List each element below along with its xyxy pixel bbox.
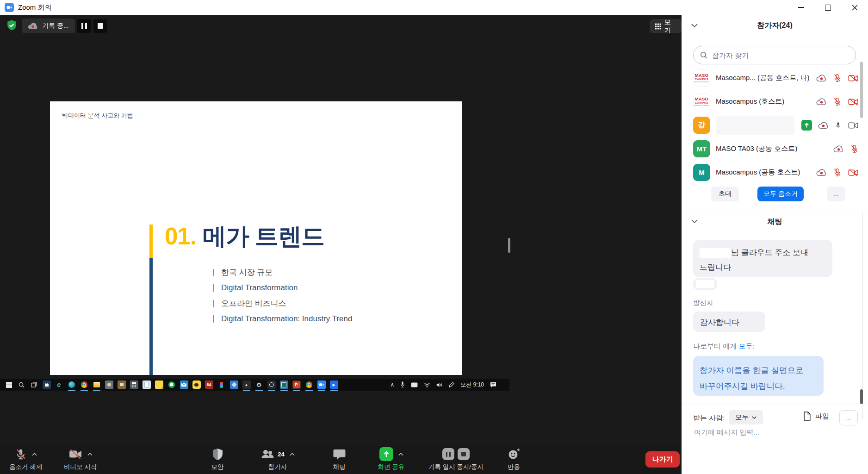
mail-icon[interactable]	[180, 380, 188, 389]
participants-scrollbar-handle[interactable]	[860, 62, 863, 118]
recording-pause-button[interactable]	[77, 19, 91, 33]
app-icon-1[interactable]	[105, 380, 113, 389]
participant-list: MASOCAMPUSActionable Content Masocamp...…	[682, 66, 868, 184]
chat-bubble-icon	[333, 449, 346, 460]
chat-panel-title: 채팅	[682, 217, 868, 227]
participant-row[interactable]: MASOCAMPUSActionable Content Masocamp...…	[682, 66, 868, 90]
app-64-icon[interactable]: 64	[205, 380, 213, 389]
keep-icon[interactable]	[267, 380, 276, 389]
tray-touchpad-icon[interactable]	[411, 382, 418, 387]
participants-button[interactable]: 24 참가자	[250, 446, 305, 471]
video-on-icon	[848, 121, 859, 130]
invite-button[interactable]: 초대	[711, 187, 739, 201]
mic-muted-icon	[850, 144, 859, 154]
divider	[682, 404, 868, 404]
powerpoint-icon[interactable]: P	[292, 380, 301, 389]
avatar: M	[693, 164, 710, 181]
unity-icon[interactable]: ▲	[242, 380, 251, 389]
participant-row[interactable]: MASOCAMPUSActionable Content Masocampus …	[682, 90, 868, 113]
chat-button[interactable]: 채팅	[318, 446, 360, 471]
record-stop-icon[interactable]	[458, 448, 470, 460]
tray-pen-icon[interactable]	[448, 382, 454, 388]
record-pause-icon[interactable]	[442, 448, 454, 460]
spreadsheet-icon[interactable]	[280, 380, 288, 389]
chrome-icon[interactable]	[80, 380, 88, 389]
kakaotalk-icon[interactable]	[192, 380, 201, 389]
meeting-stage: 기록 중... 보기 빅데이터 분석 사고와 기법 01.메가 트렌드 한국 시…	[0, 15, 682, 474]
task-view-icon[interactable]	[30, 380, 38, 389]
security-shield-icon[interactable]	[6, 19, 18, 33]
app-icon-2[interactable]	[118, 380, 126, 389]
security-button[interactable]: 보안	[194, 446, 241, 471]
photos-icon[interactable]	[230, 380, 238, 389]
video-options-chevron-icon[interactable]	[87, 453, 93, 456]
minimize-button[interactable]	[787, 0, 814, 15]
recording-stop-button[interactable]	[93, 19, 107, 33]
chrome-2-icon[interactable]	[305, 380, 313, 389]
maximize-button[interactable]	[814, 0, 841, 15]
participant-search-input[interactable]	[711, 51, 849, 60]
participants-actions: 초대 모두 음소거 ...	[682, 187, 868, 202]
mic-options-chevron-icon[interactable]	[32, 453, 37, 456]
file-explorer-icon[interactable]	[93, 380, 101, 389]
file-button[interactable]: 파일	[803, 412, 829, 421]
view-label: 보기	[664, 18, 676, 35]
participants-more-button[interactable]: ...	[827, 187, 845, 201]
chat-label: 채팅	[333, 463, 346, 471]
chevron-down-icon	[752, 416, 756, 419]
record-label: 기록 일시 중지/중지	[428, 463, 484, 471]
tray-clock[interactable]: 오전 9:10	[460, 381, 484, 389]
tray-chevron-up-icon[interactable]: ∧	[391, 381, 395, 388]
reactions-label: 반응	[508, 463, 520, 471]
chat-from-me-label: 나로부터 에게 모두:	[693, 342, 755, 351]
slide-title: 01.메가 트렌드	[165, 221, 324, 253]
store-icon[interactable]	[43, 380, 51, 389]
participants-chevron-icon[interactable]	[290, 453, 295, 456]
tray-wifi-icon[interactable]	[424, 382, 430, 387]
shared-screen-taskbar: e 64 ▲ ⚙ P ▶ ∧	[0, 379, 509, 391]
chat-more-button[interactable]: ...	[839, 410, 858, 425]
tray-notifications-icon[interactable]	[490, 382, 496, 387]
mute-all-button[interactable]: 모두 음소거	[757, 187, 804, 201]
recipient-dropdown[interactable]: 모두	[729, 410, 763, 424]
participants-count: 24	[278, 451, 284, 458]
message-input[interactable]	[693, 428, 848, 437]
leave-button[interactable]: 나가기	[645, 451, 680, 468]
tray-mic-icon[interactable]	[400, 381, 405, 388]
movies-icon[interactable]: ▶	[330, 380, 338, 389]
maximize-icon	[825, 5, 831, 11]
edge-icon[interactable]	[68, 380, 76, 389]
chat-message-redacted	[693, 278, 717, 290]
green-app-icon[interactable]	[167, 380, 176, 389]
search-taskbar-icon[interactable]	[18, 380, 26, 389]
zoom-app-icon[interactable]	[317, 380, 326, 389]
record-controls-button[interactable]: 기록 일시 중지/중지	[418, 446, 494, 471]
notepad-icon[interactable]	[143, 380, 151, 389]
cloud-recording-icon	[28, 22, 38, 30]
slide-bullet: 오프라인 비즈니스	[213, 298, 352, 309]
close-button[interactable]	[841, 0, 868, 15]
unmute-button[interactable]: 음소거 해제	[0, 446, 52, 471]
pause-icon	[81, 23, 87, 29]
slide-bullet-list: 한국 시장 규모 Digital Transformation 오프라인 비즈니…	[213, 267, 352, 324]
sticky-notes-icon[interactable]	[155, 380, 163, 389]
share-options-chevron-icon[interactable]	[398, 453, 403, 456]
figma-icon[interactable]	[217, 380, 226, 389]
everyone-link[interactable]: 모두	[738, 342, 752, 350]
tray-speaker-icon[interactable]	[436, 382, 442, 387]
calculator-icon[interactable]	[130, 380, 138, 389]
participant-search[interactable]	[693, 46, 856, 64]
internet-explorer-icon[interactable]: e	[55, 380, 63, 389]
start-icon[interactable]	[5, 380, 13, 389]
view-button[interactable]: 보기	[650, 19, 682, 33]
stage-scrollbar-handle[interactable]	[508, 238, 510, 253]
participant-row[interactable]: MT MASO TA03 (공동 호스트)	[682, 137, 868, 161]
reactions-button[interactable]: 반응	[494, 446, 533, 471]
participant-name: Masocampus (공동 호스트)	[716, 168, 800, 177]
participant-row[interactable]: M Masocampus (공동 호스트)	[682, 161, 868, 184]
start-video-button[interactable]: 비디오 시작	[52, 446, 109, 471]
share-screen-button[interactable]: 화면 공유	[365, 446, 418, 471]
chat-scrollbar-handle[interactable]	[860, 389, 863, 404]
participant-row[interactable]: 강	[682, 113, 868, 137]
settings-gear-icon[interactable]: ⚙	[255, 380, 263, 389]
